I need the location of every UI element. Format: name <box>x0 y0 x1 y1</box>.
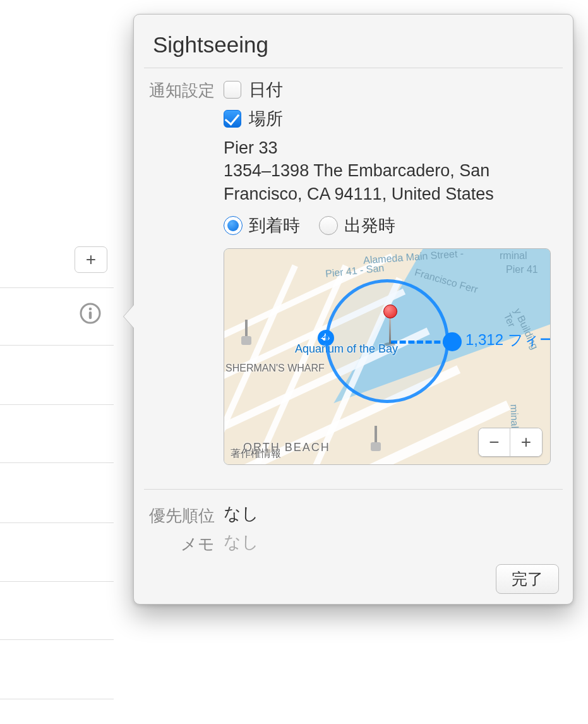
map-copyright[interactable]: 著作権情報 <box>231 447 281 461</box>
location-map[interactable]: Alameda Main Street - rminal Pier 41 - S… <box>224 248 551 465</box>
address-line-1: Pier 33 <box>224 136 559 159</box>
map-poi-label: SHERMAN'S WHARF <box>225 363 325 374</box>
reminder-detail-popover: Sightseeing 通知設定 日付 場所 Pier 33 1354–1398… <box>133 14 573 605</box>
location-address[interactable]: Pier 33 1354–1398 The Embarcadero, San F… <box>224 136 559 205</box>
leave-radio[interactable] <box>319 216 338 235</box>
map-route-label: rminal <box>500 250 527 262</box>
note-field[interactable]: なし <box>224 531 559 553</box>
arrive-radio[interactable] <box>224 216 243 235</box>
reminder-title[interactable]: Sightseeing <box>134 15 573 68</box>
address-line-2: 1354–1398 The Embarcadero, San Francisco… <box>224 159 559 205</box>
add-button[interactable]: + <box>75 246 107 273</box>
note-label: メモ <box>148 531 224 555</box>
priority-value[interactable]: なし <box>224 502 559 525</box>
map-zoom-control: − + <box>478 428 543 457</box>
notify-label: 通知設定 <box>148 77 224 102</box>
radius-line <box>391 341 449 344</box>
map-route-label: Pier 41 <box>506 264 538 275</box>
landmark-icon <box>369 426 382 451</box>
minus-icon: − <box>489 432 499 452</box>
map-route-label: minal <box>508 404 520 429</box>
svg-rect-2 <box>89 311 92 319</box>
info-icon <box>80 303 101 324</box>
priority-label: 優先順位 <box>148 502 224 527</box>
location-checkbox-label: 場所 <box>249 107 283 130</box>
date-checkbox[interactable] <box>224 81 241 99</box>
date-checkbox-label: 日付 <box>249 78 283 101</box>
location-checkbox[interactable] <box>224 110 241 128</box>
info-button[interactable] <box>79 302 102 325</box>
leave-radio-label: 出発時 <box>344 214 395 237</box>
plus-icon: + <box>86 250 96 270</box>
landmark-icon <box>240 320 253 345</box>
done-button[interactable]: 完了 <box>496 564 559 594</box>
arrive-radio-label: 到着時 <box>249 214 300 237</box>
svg-point-1 <box>89 308 92 311</box>
zoom-out-button[interactable]: − <box>479 428 510 456</box>
zoom-in-button[interactable]: + <box>510 428 542 456</box>
background-list <box>0 208 114 724</box>
plus-icon: + <box>521 432 531 452</box>
radius-distance: 1,312 フィー <box>465 330 551 350</box>
